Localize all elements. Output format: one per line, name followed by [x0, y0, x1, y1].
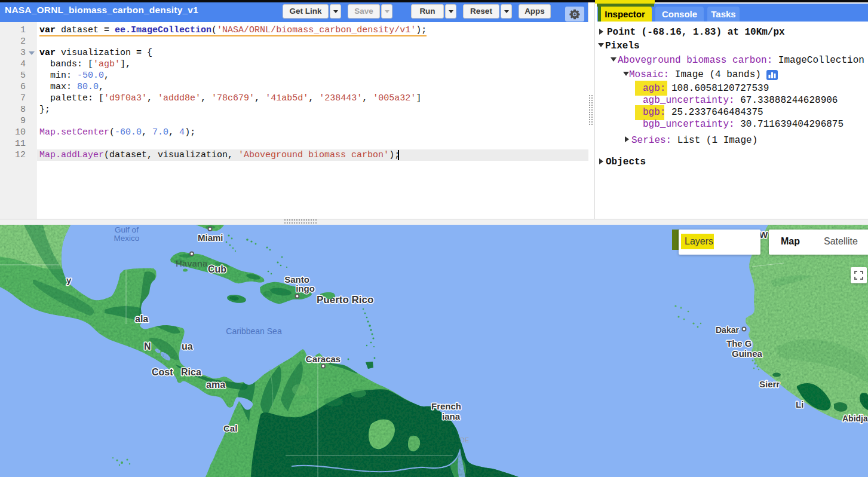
svg-text:Gulf of: Gulf of	[115, 225, 139, 234]
svg-text:Sierr: Sierr	[759, 379, 780, 389]
svg-text:Mexico: Mexico	[114, 234, 140, 243]
svg-text:The G: The G	[726, 338, 752, 348]
svg-text:Cal: Cal	[223, 423, 237, 433]
svg-text:DE: DE	[460, 436, 469, 444]
svg-text:Caribbean Sea: Caribbean Sea	[226, 326, 282, 336]
svg-text:Caracas: Caracas	[306, 354, 341, 364]
svg-text:ama: ama	[206, 380, 225, 390]
svg-text:French: French	[431, 401, 461, 411]
svg-text:Havana: Havana	[176, 258, 208, 268]
svg-text:ua: ua	[182, 341, 193, 351]
svg-text:Miami: Miami	[198, 233, 223, 243]
svg-text:Guinea: Guinea	[732, 348, 763, 359]
svg-text:y: y	[66, 275, 72, 285]
svg-text:ala: ala	[135, 314, 148, 324]
svg-text:Cost: Cost	[152, 367, 173, 377]
svg-text:Rica: Rica	[181, 367, 201, 377]
svg-text:ingo: ingo	[296, 283, 315, 293]
svg-text:Li: Li	[796, 399, 803, 409]
svg-text:iana: iana	[442, 411, 461, 421]
svg-text:W: W	[759, 230, 768, 240]
svg-text:Dakar: Dakar	[716, 325, 739, 335]
svg-text:Cub: Cub	[208, 264, 226, 274]
svg-text:Abidja: Abidja	[842, 414, 868, 423]
svg-text:N: N	[144, 341, 151, 351]
